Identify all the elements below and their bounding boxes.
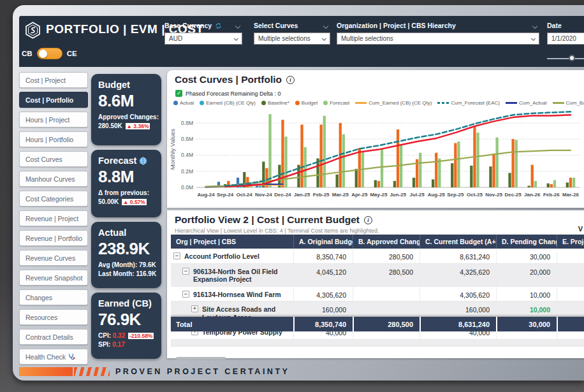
sidebar-item-revenue-snapshot[interactable]: Revenue Snapshot [19,270,88,286]
svg-text:Nov-25: Nov-25 [485,192,502,198]
footer-stripes [74,367,110,376]
slider-handle[interactable] [569,55,575,61]
table-row-partial[interactable] [171,340,584,347]
sidebar-item-revenue-curves[interactable]: Revenue Curves [19,250,88,266]
total-label: Total [171,317,293,331]
collapse-icon[interactable]: − [173,252,180,259]
date-input[interactable]: 1/1/2020 [547,33,584,45]
collapse-icon[interactable]: − [182,291,189,298]
info-icon[interactable]: i [364,216,372,224]
column-header[interactable]: Org | Project | CBS [171,235,293,249]
chevron-down-icon[interactable] [235,24,240,29]
legend-label: Cum_Forecast (EAC) [451,100,499,106]
expand-icon[interactable]: + [191,305,198,312]
total-value: 30,000 [496,317,557,331]
refresh-icon[interactable] [215,22,222,29]
filter-label: Date [547,22,562,29]
row-label: 916134-Hornsea Wind Farm [193,291,281,299]
table-row-916134-hornsea-wind-farm[interactable]: −916134-Hornsea Wind Farm4,305,6204,305,… [171,287,584,302]
column-header[interactable]: A. Original Budget [293,235,353,249]
chevron-down-icon [234,36,238,41]
info-icon[interactable]: i [286,76,295,84]
legend-item-actual[interactable]: Actual [173,100,194,106]
legend-label: Baseline* [268,100,289,106]
chevron-down-icon[interactable] [323,24,328,29]
sidebar-item-cost-project[interactable]: Cost | Project [19,72,88,88]
delta-badge: ▲ 0.57% [122,199,147,205]
column-header[interactable]: C. Current Budget (A+B) [420,235,496,249]
svg-text:Feb-25: Feb-25 [313,192,330,198]
filter-select-curves: Select Curves Multiple selections [254,22,330,29]
sidebar-item-label: Changes [26,294,52,301]
svg-text:Aug-25: Aug-25 [428,192,446,198]
table-row-account-portfolio-level[interactable]: −Account Portfolio Level8,350,740280,500… [171,249,584,264]
legend-item-forecast[interactable]: Forecast [323,100,349,106]
kpi-subtext: SPI: 0.17 [98,340,155,349]
collapse-icon[interactable]: − [182,268,189,275]
kpi-value: 238.9K [98,239,155,258]
legend-item-cum-earned-cb-ce-qty[interactable]: Cum_Earned (CB) (CE Qty) [355,100,432,106]
table-row-906134-north-sea-oil-field-expansion-project[interactable]: −906134-North Sea Oil Field Expansion Pr… [171,264,584,287]
column-header[interactable]: B. Approved Changes [353,235,420,249]
sidebar-item-cost-curves[interactable]: Cost Curves [19,151,88,167]
sidebar-item-cost-portfolio[interactable]: Cost | Portfolio [19,92,88,108]
kpi-subtext: 50.00K ▲ 0.57% [98,198,155,207]
svg-text:0.6M: 0.6M [181,136,193,142]
select-curves-select[interactable]: Multiple selections [254,33,330,45]
column-header[interactable]: D. Pending Changes [496,235,557,249]
svg-text:Monthly Values: Monthly Values [169,129,176,170]
legend-item-earned-cb-ce-qty[interactable]: Earned (CB) (CE Qty) [200,100,256,106]
toggle-left-label: CB [22,50,33,57]
sidebar-item-manhour-curves[interactable]: Manhour Curves [19,171,88,187]
svg-text:May-25: May-25 [370,192,388,198]
legend-item-cum-baseline[interactable]: Cum_Baseline* [553,100,584,106]
kpi-card-actual: Actual238.9KAvg (Month): 79.6KLast Month… [91,222,161,288]
sidebar-item-hours-portfolio[interactable]: Hours | Portfolio [19,131,88,147]
sidebar-item-cost-categories[interactable]: Cost Categories [19,191,88,207]
svg-text:Sep-25: Sep-25 [447,192,464,198]
sidebar-item-health-check[interactable]: Health Check [19,349,88,365]
slider-track [547,58,584,59]
checkbox-checked-icon[interactable]: ✓ [175,90,182,97]
legend-item-baseline[interactable]: Baseline* [261,100,289,106]
phased-forecast-checkbox-row: ✓ Phased Forecast Remaining Delta : 0 [175,90,281,97]
sidebar-item-label: Revenue | Portfolio [26,235,82,242]
cost-curves-chart[interactable]: 0.0M0.2M0.4M0.6M0.8MAug-24Sep-24Oct-24No… [168,107,583,205]
sidebar-item-changes[interactable]: Changes [19,289,88,305]
base-currency-select[interactable]: AUD [164,33,242,45]
date-slider[interactable] [547,55,584,62]
chevron-down-icon[interactable] [532,24,537,29]
footer-tagline: PROVEN PROJECT CERTAINTY [115,367,289,376]
legend-item-cum-forecast-eac[interactable]: Cum_Forecast (EAC) [437,100,499,106]
cell-value [557,264,584,286]
legend-label: Cum_Earned (CB) (CE Qty) [369,100,432,106]
sidebar-item-contract-details[interactable]: Contract Details [19,329,88,345]
sidebar-item-hours-project[interactable]: Hours | Project [19,112,88,127]
chart-title: Cost Curves | Portfolio [175,74,282,85]
kpi-title: Actual [98,228,155,238]
cb-ce-toggle[interactable] [37,48,62,59]
column-header[interactable]: E. Projected [557,235,584,249]
kpi-title: Budget [98,80,155,90]
org-hierarchy-select[interactable]: Multiple selections [337,33,539,45]
legend-item-budget[interactable]: Budget [295,100,318,106]
sidebar-item-revenue-portfolio[interactable]: Revenue | Portfolio [19,230,88,246]
legend-dashed-line-icon [437,102,449,104]
table-title: Portfolio View 2 | Cost | Current Budget [175,214,360,226]
svg-text:0.8M: 0.8M [181,120,193,126]
legend-item-cum-actual[interactable]: Cum_Actual [506,100,547,106]
sidebar-item-label: Contract Details [26,333,73,341]
svg-text:Sep-24: Sep-24 [217,192,234,198]
legend-label: Actual [180,100,194,106]
total-value [557,317,584,331]
kpi-title: Earned (CB) [98,298,155,309]
svg-text:Dec-24: Dec-24 [274,192,291,198]
kpi-subtext: CPI: 0.32 -210.58% [98,331,155,340]
chart-title-row: Cost Curves | Portfolio i [175,74,295,85]
sidebar-item-revenue-project[interactable]: Revenue | Project [19,210,88,226]
sidebar-item-resources[interactable]: Resources [19,309,88,325]
svg-text:Oct-24: Oct-24 [237,192,252,198]
chevron-down-icon [531,36,536,41]
app-header: PORTFOLIO | EVM | COST CB CE Base Curren… [19,16,584,67]
horizontal-scrollbar[interactable] [176,357,226,360]
